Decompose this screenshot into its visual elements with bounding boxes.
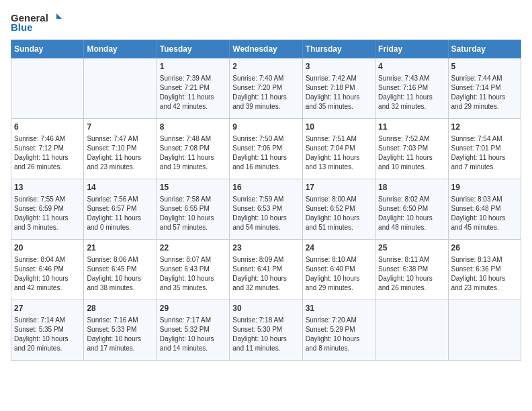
day-number: 27 bbox=[14, 303, 81, 314]
day-info: Sunrise: 7:16 AM Sunset: 5:33 PM Dayligh… bbox=[87, 316, 153, 353]
day-number: 28 bbox=[87, 303, 153, 314]
calendar-cell: 31Sunrise: 7:20 AM Sunset: 5:29 PM Dayli… bbox=[302, 300, 375, 361]
day-number: 2 bbox=[232, 61, 299, 73]
day-info: Sunrise: 7:40 AM Sunset: 7:20 PM Dayligh… bbox=[232, 74, 299, 111]
day-info: Sunrise: 7:48 AM Sunset: 7:08 PM Dayligh… bbox=[160, 134, 226, 172]
day-number: 1 bbox=[160, 61, 226, 73]
calendar-cell: 17Sunrise: 8:00 AM Sunset: 6:52 PM Dayli… bbox=[302, 179, 375, 240]
day-info: Sunrise: 7:58 AM Sunset: 6:55 PM Dayligh… bbox=[160, 195, 226, 232]
weekday-header: Tuesday bbox=[157, 40, 229, 58]
calendar-cell: 8Sunrise: 7:48 AM Sunset: 7:08 PM Daylig… bbox=[157, 119, 229, 179]
day-number: 20 bbox=[14, 242, 81, 254]
calendar-table: SundayMondayTuesdayWednesdayThursdayFrid… bbox=[11, 40, 521, 361]
logo: General Blue bbox=[11, 11, 63, 33]
calendar-cell bbox=[84, 58, 157, 119]
weekday-header: Monday bbox=[84, 40, 157, 58]
day-number: 7 bbox=[87, 122, 153, 133]
calendar-week: 20Sunrise: 8:04 AM Sunset: 6:46 PM Dayli… bbox=[11, 240, 521, 300]
calendar-cell: 23Sunrise: 8:09 AM Sunset: 6:41 PM Dayli… bbox=[230, 240, 302, 300]
day-info: Sunrise: 7:55 AM Sunset: 6:59 PM Dayligh… bbox=[14, 195, 81, 232]
calendar-cell: 15Sunrise: 7:58 AM Sunset: 6:55 PM Dayli… bbox=[157, 179, 229, 240]
calendar-week: 13Sunrise: 7:55 AM Sunset: 6:59 PM Dayli… bbox=[11, 179, 521, 240]
calendar-cell: 7Sunrise: 7:47 AM Sunset: 7:10 PM Daylig… bbox=[84, 119, 157, 179]
day-number: 10 bbox=[306, 122, 372, 133]
day-info: Sunrise: 7:54 AM Sunset: 7:01 PM Dayligh… bbox=[451, 134, 518, 172]
calendar-cell: 24Sunrise: 8:10 AM Sunset: 6:40 PM Dayli… bbox=[302, 240, 375, 300]
calendar-cell: 28Sunrise: 7:16 AM Sunset: 5:33 PM Dayli… bbox=[84, 300, 157, 361]
calendar-week: 6Sunrise: 7:46 AM Sunset: 7:12 PM Daylig… bbox=[11, 119, 521, 179]
calendar-cell: 27Sunrise: 7:14 AM Sunset: 5:35 PM Dayli… bbox=[11, 300, 84, 361]
calendar-cell: 9Sunrise: 7:50 AM Sunset: 7:06 PM Daylig… bbox=[230, 119, 302, 179]
day-info: Sunrise: 8:03 AM Sunset: 6:48 PM Dayligh… bbox=[451, 195, 518, 232]
calendar-cell: 3Sunrise: 7:42 AM Sunset: 7:18 PM Daylig… bbox=[302, 58, 375, 119]
day-number: 3 bbox=[306, 61, 372, 73]
day-info: Sunrise: 8:13 AM Sunset: 6:36 PM Dayligh… bbox=[451, 255, 518, 293]
day-info: Sunrise: 8:11 AM Sunset: 6:38 PM Dayligh… bbox=[378, 255, 445, 293]
day-info: Sunrise: 7:18 AM Sunset: 5:30 PM Dayligh… bbox=[232, 316, 299, 353]
day-number: 14 bbox=[87, 182, 153, 193]
day-info: Sunrise: 7:56 AM Sunset: 6:57 PM Dayligh… bbox=[87, 195, 153, 232]
calendar-cell: 22Sunrise: 8:07 AM Sunset: 6:43 PM Dayli… bbox=[157, 240, 229, 300]
calendar-week: 1Sunrise: 7:39 AM Sunset: 7:21 PM Daylig… bbox=[11, 58, 521, 119]
calendar-cell: 26Sunrise: 8:13 AM Sunset: 6:36 PM Dayli… bbox=[448, 240, 521, 300]
day-number: 25 bbox=[378, 242, 445, 254]
day-info: Sunrise: 7:20 AM Sunset: 5:29 PM Dayligh… bbox=[306, 316, 372, 353]
weekday-header: Saturday bbox=[448, 40, 521, 58]
calendar-week: 27Sunrise: 7:14 AM Sunset: 5:35 PM Dayli… bbox=[11, 300, 521, 361]
day-number: 23 bbox=[232, 242, 299, 254]
day-info: Sunrise: 7:14 AM Sunset: 5:35 PM Dayligh… bbox=[14, 316, 81, 353]
logo-arrow-icon bbox=[50, 11, 63, 24]
day-number: 21 bbox=[87, 242, 153, 254]
day-number: 22 bbox=[160, 242, 226, 254]
day-info: Sunrise: 8:07 AM Sunset: 6:43 PM Dayligh… bbox=[160, 255, 226, 293]
calendar-cell bbox=[448, 300, 521, 361]
day-number: 13 bbox=[14, 182, 81, 193]
day-number: 12 bbox=[451, 122, 518, 133]
day-number: 31 bbox=[306, 303, 372, 314]
header: General Blue bbox=[11, 11, 521, 33]
day-number: 4 bbox=[378, 61, 445, 73]
svg-marker-0 bbox=[56, 13, 62, 19]
calendar-cell: 12Sunrise: 7:54 AM Sunset: 7:01 PM Dayli… bbox=[448, 119, 521, 179]
calendar-cell: 21Sunrise: 8:06 AM Sunset: 6:45 PM Dayli… bbox=[84, 240, 157, 300]
weekday-header: Friday bbox=[375, 40, 448, 58]
day-number: 19 bbox=[451, 182, 518, 193]
logo-blue: Blue bbox=[11, 21, 33, 33]
day-info: Sunrise: 7:42 AM Sunset: 7:18 PM Dayligh… bbox=[306, 74, 372, 111]
day-number: 6 bbox=[14, 122, 81, 133]
day-info: Sunrise: 7:43 AM Sunset: 7:16 PM Dayligh… bbox=[378, 74, 445, 111]
calendar-cell: 29Sunrise: 7:17 AM Sunset: 5:32 PM Dayli… bbox=[157, 300, 229, 361]
day-info: Sunrise: 7:52 AM Sunset: 7:03 PM Dayligh… bbox=[378, 134, 445, 172]
calendar-cell: 19Sunrise: 8:03 AM Sunset: 6:48 PM Dayli… bbox=[448, 179, 521, 240]
day-number: 5 bbox=[451, 61, 518, 73]
day-number: 29 bbox=[160, 303, 226, 314]
calendar-cell: 6Sunrise: 7:46 AM Sunset: 7:12 PM Daylig… bbox=[11, 119, 84, 179]
day-info: Sunrise: 8:10 AM Sunset: 6:40 PM Dayligh… bbox=[306, 255, 372, 293]
day-number: 30 bbox=[232, 303, 299, 314]
weekday-header: Wednesday bbox=[230, 40, 302, 58]
calendar-cell bbox=[11, 58, 84, 119]
calendar-cell: 1Sunrise: 7:39 AM Sunset: 7:21 PM Daylig… bbox=[157, 58, 229, 119]
day-number: 8 bbox=[160, 122, 226, 133]
calendar-cell: 30Sunrise: 7:18 AM Sunset: 5:30 PM Dayli… bbox=[230, 300, 302, 361]
calendar-cell bbox=[375, 300, 448, 361]
calendar-cell: 14Sunrise: 7:56 AM Sunset: 6:57 PM Dayli… bbox=[84, 179, 157, 240]
day-number: 26 bbox=[451, 242, 518, 254]
day-info: Sunrise: 8:02 AM Sunset: 6:50 PM Dayligh… bbox=[378, 195, 445, 232]
calendar-cell: 20Sunrise: 8:04 AM Sunset: 6:46 PM Dayli… bbox=[11, 240, 84, 300]
calendar-cell: 25Sunrise: 8:11 AM Sunset: 6:38 PM Dayli… bbox=[375, 240, 448, 300]
calendar-cell: 16Sunrise: 7:59 AM Sunset: 6:53 PM Dayli… bbox=[230, 179, 302, 240]
day-info: Sunrise: 7:44 AM Sunset: 7:14 PM Dayligh… bbox=[451, 74, 518, 111]
day-info: Sunrise: 8:09 AM Sunset: 6:41 PM Dayligh… bbox=[232, 255, 299, 293]
day-number: 11 bbox=[378, 122, 445, 133]
day-info: Sunrise: 7:59 AM Sunset: 6:53 PM Dayligh… bbox=[232, 195, 299, 232]
day-info: Sunrise: 7:50 AM Sunset: 7:06 PM Dayligh… bbox=[232, 134, 299, 172]
day-info: Sunrise: 8:06 AM Sunset: 6:45 PM Dayligh… bbox=[87, 255, 153, 293]
day-number: 17 bbox=[306, 182, 372, 193]
day-info: Sunrise: 8:00 AM Sunset: 6:52 PM Dayligh… bbox=[306, 195, 372, 232]
day-info: Sunrise: 7:51 AM Sunset: 7:04 PM Dayligh… bbox=[306, 134, 372, 172]
calendar-cell: 4Sunrise: 7:43 AM Sunset: 7:16 PM Daylig… bbox=[375, 58, 448, 119]
day-number: 16 bbox=[232, 182, 299, 193]
day-info: Sunrise: 7:39 AM Sunset: 7:21 PM Dayligh… bbox=[160, 74, 226, 111]
day-number: 24 bbox=[306, 242, 372, 254]
